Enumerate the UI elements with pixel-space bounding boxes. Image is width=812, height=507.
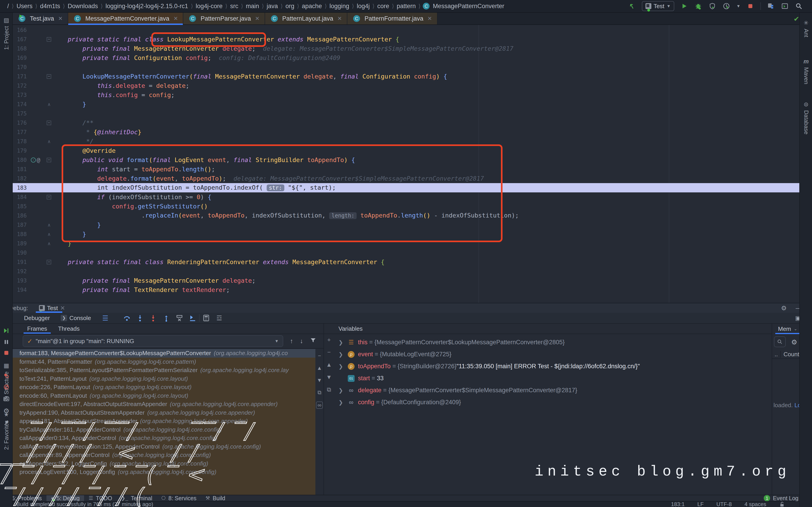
- pin-icon[interactable]: [3, 420, 9, 426]
- memory-search-input[interactable]: [774, 336, 786, 347]
- stack-frame[interactable]: callAppenderPreventRecursion:125, Append…: [13, 443, 315, 451]
- stack-frame[interactable]: processLogEvent:500, LoggerConfig(org.ap…: [13, 468, 315, 476]
- remove-icon[interactable]: −: [318, 353, 321, 359]
- fold-collapse-icon[interactable]: −: [47, 37, 51, 42]
- indent-setting[interactable]: 4 spaces: [745, 501, 766, 507]
- thread-dump-icon[interactable]: [3, 395, 10, 402]
- code-editor[interactable]: 166167− private static final class Looku…: [13, 25, 802, 303]
- close-icon[interactable]: ✕: [255, 15, 260, 22]
- copy-stack-icon[interactable]: ⧉: [317, 389, 321, 396]
- profiler-chevron-icon[interactable]: ▼: [736, 4, 741, 9]
- debug-icon[interactable]: [694, 2, 702, 10]
- tool-window-button[interactable]: ☰TODO: [84, 495, 117, 501]
- stack-frame[interactable]: callAppender:89, AppenderControl(org.apa…: [13, 451, 315, 459]
- unlock-icon[interactable]: [779, 501, 785, 507]
- tab-debugger[interactable]: Debugger: [18, 313, 55, 323]
- close-icon[interactable]: ✕: [173, 15, 178, 22]
- step-into-icon[interactable]: [136, 314, 144, 322]
- add-watch-icon[interactable]: +: [327, 336, 331, 343]
- encoding[interactable]: UTF-8: [716, 501, 732, 507]
- gear-icon[interactable]: ⚙: [781, 304, 786, 312]
- close-icon[interactable]: ✕: [58, 15, 63, 22]
- drop-frame-icon[interactable]: [175, 314, 184, 322]
- stop-icon[interactable]: [3, 350, 9, 356]
- fold-collapse-icon[interactable]: −: [47, 74, 51, 79]
- breadcrumb[interactable]: /⟩Users⟩d4m1ts⟩Downloads⟩logging-log4j2-…: [0, 3, 506, 10]
- step-over-icon[interactable]: [123, 314, 131, 322]
- step-out-icon[interactable]: [162, 314, 170, 322]
- variable-row[interactable]: ❯ptoAppendTo = {StringBuilder@2726} "11:…: [324, 360, 772, 372]
- editor-tab[interactable]: CPatternLayout.java✕: [265, 13, 347, 24]
- stack-frame[interactable]: format:183, MessagePatternConverter$Look…: [13, 349, 315, 357]
- fold-collapse-icon[interactable]: −: [47, 121, 51, 125]
- hide-library-frames-icon[interactable]: ∞: [316, 401, 323, 409]
- debugger-settings-icon[interactable]: ⚙: [3, 407, 9, 415]
- stack-frame[interactable]: tryAppend:190, AbstractOutputStreamAppen…: [13, 408, 315, 417]
- prev-frame-icon[interactable]: ↑: [290, 337, 293, 345]
- inspections-ok-icon[interactable]: ✔: [794, 15, 799, 23]
- sidebar-item-maven[interactable]: m Maven: [800, 58, 812, 84]
- fold-collapse-icon[interactable]: −: [47, 260, 51, 264]
- stack-frame[interactable]: toText:241, PatternLayout(org.apache.log…: [13, 375, 315, 383]
- variable-row[interactable]: 01start = 33: [324, 372, 772, 384]
- stack-frame[interactable]: toSerializable:385, PatternLayout$Patter…: [13, 366, 315, 375]
- fold-end-icon[interactable]: ∧: [47, 241, 51, 246]
- duplicate-icon[interactable]: ⧉: [327, 386, 331, 393]
- variable-list[interactable]: ❯☰this = {MessagePatternConverter$Lookup…: [324, 336, 772, 408]
- move-up-icon[interactable]: ▲: [326, 361, 332, 368]
- breadcrumb-item[interactable]: Downloads: [66, 3, 99, 10]
- stack-frame[interactable]: directEncodeEvent:197, AbstractOutputStr…: [13, 400, 315, 408]
- next-frame-icon[interactable]: ↓: [300, 337, 303, 345]
- stack-frame[interactable]: format:44, PatternFormatter(org.apache.l…: [13, 357, 315, 366]
- scroll-down-icon[interactable]: ▼: [317, 377, 322, 383]
- stack-frame[interactable]: encode:60, PatternLayout(org.apache.logg…: [13, 392, 315, 400]
- variable-row[interactable]: ❯∞delegate = {MessagePatternConverter$Si…: [324, 384, 772, 396]
- fold-end-icon[interactable]: ∧: [47, 139, 51, 144]
- run-to-cursor-icon[interactable]: [189, 314, 197, 322]
- mute-breakpoints-icon[interactable]: [3, 384, 9, 390]
- search-everywhere-icon[interactable]: [795, 2, 803, 10]
- tab-console[interactable]: ❯Console: [55, 313, 96, 323]
- sidebar-item-project[interactable]: ▨ 1: Project: [0, 17, 13, 50]
- run-configuration-select[interactable]: Test ▼: [642, 1, 674, 11]
- evaluate-expression-icon[interactable]: [202, 314, 210, 322]
- fold-collapse-icon[interactable]: −: [47, 195, 51, 200]
- tab-threads[interactable]: Threads: [53, 324, 85, 334]
- breadcrumb-item[interactable]: java: [265, 3, 280, 10]
- fold-end-icon[interactable]: ∧: [47, 232, 51, 237]
- breadcrumb-item[interactable]: main: [245, 3, 261, 10]
- breadcrumb-item[interactable]: src: [229, 3, 240, 10]
- variable-row[interactable]: ❯☰this = {MessagePatternConverter$Lookup…: [324, 336, 772, 348]
- breadcrumb-item[interactable]: pattern: [395, 3, 417, 10]
- expand-chevron-icon[interactable]: ❯: [339, 351, 346, 357]
- stack-frame[interactable]: callAppender0:134, AppenderControl(org.a…: [13, 434, 315, 443]
- editor-tab[interactable]: CMessagePatternConverter.java✕: [68, 13, 184, 24]
- filter-icon[interactable]: [310, 337, 316, 345]
- tool-window-button[interactable]: ●5: Debug: [46, 495, 84, 501]
- stack-frame[interactable]: encode:226, PatternLayout(org.apache.log…: [13, 383, 315, 392]
- move-down-icon[interactable]: ▼: [326, 374, 332, 381]
- gear-icon[interactable]: ⚙: [791, 338, 797, 346]
- breadcrumb-item[interactable]: logging: [328, 3, 351, 10]
- breadcrumb-item[interactable]: org: [284, 3, 296, 10]
- breadcrumb-item[interactable]: Users: [15, 3, 34, 10]
- breadcrumb-item[interactable]: /: [6, 3, 10, 10]
- stop-icon[interactable]: [746, 2, 754, 10]
- pause-icon[interactable]: [3, 339, 9, 345]
- breadcrumb-item[interactable]: log4j-core: [194, 3, 224, 10]
- tool-window-button[interactable]: ⚒Build: [201, 495, 230, 501]
- fold-collapse-icon[interactable]: −: [47, 158, 51, 162]
- variable-row[interactable]: ❯∞config = {DefaultConfiguration@2409}: [324, 396, 772, 408]
- sort-frames-icon[interactable]: ☰: [102, 314, 108, 322]
- line-ending[interactable]: LF: [697, 501, 704, 507]
- remove-watch-icon[interactable]: −: [327, 349, 331, 356]
- tool-window-button[interactable]: ⎔8: Services: [157, 495, 201, 501]
- fold-end-icon[interactable]: ∧: [47, 102, 51, 107]
- sidebar-item-database[interactable]: ⊜ Database: [800, 101, 812, 134]
- stack-frame[interactable]: callAppenders:542, LoggerConfig(org.apac…: [13, 459, 315, 468]
- close-icon[interactable]: ✕: [427, 15, 432, 22]
- sidebar-item-ant[interactable]: ✳ Ant: [800, 19, 812, 37]
- caret-position[interactable]: 183:1: [671, 501, 685, 507]
- expand-chevron-icon[interactable]: ❯: [339, 399, 346, 406]
- thread-selector[interactable]: ✓ "main"@1 in group "main": RUNNING ▼: [23, 335, 283, 347]
